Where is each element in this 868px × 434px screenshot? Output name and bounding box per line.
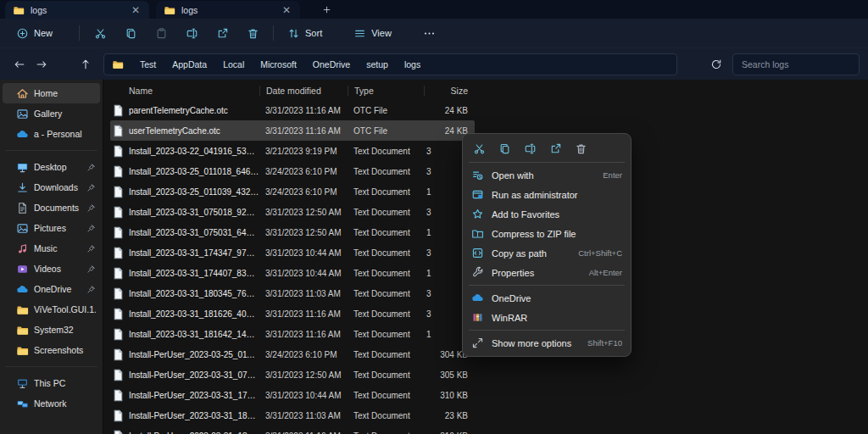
table-row[interactable]: Install_2023-03-25_011018_6460-1008 3/24…	[110, 161, 475, 181]
sidebar-item-videos[interactable]: Videos	[3, 259, 100, 279]
search-input[interactable]	[732, 53, 860, 75]
wrench-icon	[471, 266, 484, 279]
see-more-button[interactable]	[417, 22, 442, 44]
table-row[interactable]: Install_2023-03-31_181642_148-6604 3/31/…	[110, 324, 475, 344]
refresh-button[interactable]	[705, 53, 727, 75]
column-header-date-modified[interactable]: Date modified	[259, 86, 348, 96]
table-row[interactable]: Install_2023-03-31_174407_8360-1672 3/31…	[110, 263, 475, 283]
tab-label: logs	[181, 5, 275, 15]
breadcrumb-segment[interactable]: setup	[366, 59, 388, 70]
tab-close-icon[interactable]: ✕	[281, 5, 292, 15]
forward-button[interactable]	[31, 53, 53, 75]
sidebar-item-network[interactable]: Network	[3, 393, 100, 414]
file-name: Install-PerUser_2023-03-25_011020_4356..…	[129, 350, 259, 359]
sidebar-item-onedrive-personal[interactable]: a - Personal	[3, 124, 100, 144]
context-menu-divider	[469, 330, 625, 331]
sidebar-item-downloads[interactable]: Downloads	[3, 177, 100, 198]
paste-button[interactable]	[148, 22, 174, 44]
menu-item-compress-to-zip[interactable]: Compress to ZIP file	[466, 224, 627, 243]
file-icon	[113, 267, 124, 280]
delete-button[interactable]	[240, 22, 265, 44]
file-name: Install_2023-03-22_041916_5340-4340	[129, 147, 259, 156]
sidebar-item-pictures[interactable]: Pictures	[3, 218, 100, 238]
breadcrumb-segment[interactable]: AppData	[172, 59, 207, 70]
cut-menu-button[interactable]	[468, 138, 490, 159]
breadcrumb-segment[interactable]: Test	[140, 59, 156, 70]
explorer-tab[interactable]: logs ✕	[156, 1, 300, 19]
menu-item-open-with[interactable]: Open with Enter	[466, 165, 627, 185]
file-date-modified: 3/24/2023 6:10 PM	[259, 187, 348, 197]
sidebar-item-vivetool[interactable]: ViVeTool.GUI.1.6.2.0	[3, 299, 100, 320]
sidebar-item-desktop[interactable]: Desktop	[3, 157, 100, 177]
table-row[interactable]: Install_2023-03-31_174347_9792-9188 3/31…	[110, 242, 475, 263]
sidebar-item-music[interactable]: Music	[3, 238, 100, 259]
download-icon	[16, 181, 29, 194]
breadcrumb-segment[interactable]: OneDrive	[313, 59, 350, 70]
menu-item-properties[interactable]: Properties Alt+Enter	[466, 263, 627, 282]
chevron-down-icon	[58, 30, 65, 37]
address-dropdown-button[interactable]	[684, 53, 706, 75]
sidebar-item-system32[interactable]: System32	[3, 320, 100, 340]
table-row[interactable]: Install_2023-03-31_075031_6464-7164 3/31…	[110, 222, 475, 242]
table-row[interactable]: userTelemetryCache.otc 3/31/2023 11:16 A…	[110, 120, 475, 141]
table-row[interactable]: Install-PerUser_2023-03-31_181628_7992 3…	[110, 426, 475, 434]
share-menu-button[interactable]	[544, 138, 566, 159]
expand-chevron-icon[interactable]	[7, 131, 14, 138]
column-header-type[interactable]: Type	[348, 86, 424, 96]
cut-button[interactable]	[87, 22, 113, 44]
copy-button[interactable]	[118, 22, 143, 44]
table-row[interactable]: Install-PerUser_2023-03-31_180352_1128..…	[110, 405, 475, 426]
menu-item-run-as-administrator[interactable]: Run as administrator	[466, 185, 627, 204]
up-button[interactable]	[75, 53, 97, 75]
menu-item-winrar[interactable]: WinRAR	[466, 308, 627, 327]
explorer-tab[interactable]: logs ✕	[5, 1, 149, 19]
column-header-name[interactable]: Name	[110, 86, 259, 96]
table-row[interactable]: Install-PerUser_2023-03-31_075019_1996..…	[110, 364, 475, 385]
view-button[interactable]: View	[348, 24, 410, 43]
delete-menu-button[interactable]	[570, 138, 592, 159]
new-tab-button[interactable]	[319, 2, 334, 17]
sidebar-item-home[interactable]: Home	[3, 83, 100, 103]
sort-button[interactable]: Sort	[281, 24, 341, 43]
breadcrumb-segment[interactable]: logs	[404, 59, 420, 70]
table-row[interactable]: Install_2023-03-25_011039_4328-9032 3/24…	[110, 181, 475, 202]
menu-item-onedrive[interactable]: OneDrive	[466, 288, 627, 308]
sidebar-item-gallery[interactable]: Gallery	[3, 103, 100, 124]
rename-menu-button[interactable]	[519, 138, 541, 159]
share-button[interactable]	[209, 22, 235, 44]
tab-close-icon[interactable]: ✕	[130, 5, 142, 15]
table-row[interactable]: Install_2023-03-22_041916_5340-4340 3/21…	[110, 141, 475, 161]
file-date-modified: 3/31/2023 11:16 AM	[259, 431, 348, 434]
expand-chevron-icon[interactable]	[7, 400, 14, 408]
table-row[interactable]: Install-PerUser_2023-03-31_174349_656-..…	[110, 385, 475, 405]
file-type: Text Document	[348, 187, 424, 197]
table-row[interactable]: Install_2023-03-31_075018_9208-4036 3/31…	[110, 202, 475, 222]
table-row[interactable]: Install_2023-03-31_180345_7680-9948 3/31…	[110, 283, 475, 303]
table-row[interactable]: Install-PerUser_2023-03-25_011020_4356..…	[110, 344, 475, 364]
trash-icon	[247, 27, 259, 40]
sidebar-item-label: Home	[34, 88, 96, 98]
file-name: Install-PerUser_2023-03-31_181628_7992	[129, 431, 259, 434]
table-row[interactable]: Install_2023-03-31_181626_4036-6992 3/31…	[110, 303, 475, 324]
sidebar-item-label: This PC	[34, 378, 96, 388]
column-header-size[interactable]: Size	[424, 86, 471, 96]
breadcrumb-segment[interactable]: Local	[223, 59, 244, 70]
expand-chevron-icon[interactable]	[7, 380, 14, 387]
file-icon	[113, 125, 124, 137]
back-button[interactable]	[8, 53, 31, 75]
rename-button[interactable]	[179, 22, 204, 44]
recent-locations-button[interactable]	[53, 53, 75, 75]
sidebar-item-this-pc[interactable]: This PC	[3, 373, 100, 393]
menu-item-show-more-options[interactable]: Show more options Shift+F10	[466, 333, 627, 353]
table-row[interactable]: parentTelemetryCache.otc 3/31/2023 11:16…	[110, 100, 475, 120]
menu-item-copy-as-path[interactable]: Copy as path Ctrl+Shift+C	[466, 243, 627, 263]
sidebar-item-screenshots[interactable]: Screenshots	[3, 340, 100, 360]
copy-menu-button[interactable]	[493, 138, 515, 159]
new-button[interactable]: New	[10, 24, 71, 43]
breadcrumb[interactable]: Test AppData Local Microsoft	[103, 53, 677, 75]
file-date-modified: 3/31/2023 10:44 AM	[259, 391, 348, 400]
sidebar-item-documents[interactable]: Documents	[3, 198, 100, 218]
sidebar-item-onedrive[interactable]: OneDrive	[3, 279, 100, 299]
menu-item-add-to-favorites[interactable]: Add to Favorites	[466, 204, 627, 224]
breadcrumb-segment[interactable]: Microsoft	[260, 59, 297, 70]
